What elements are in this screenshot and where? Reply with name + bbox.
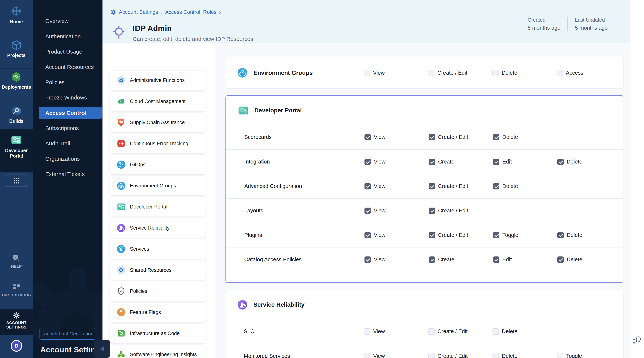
module-card-feature-flags[interactable]: Feature Flags: [110, 303, 206, 322]
rail-item-developer-portal-active[interactable]: Developer Portal: [0, 129, 33, 172]
gear-icon: [13, 312, 20, 319]
breadcrumb-link-access-control-roles[interactable]: Access Control: Roles: [165, 9, 216, 15]
avatar[interactable]: D: [10, 340, 22, 352]
module-card-gitops[interactable]: GitOps: [110, 155, 206, 174]
sidebar-item-overview[interactable]: Overview: [39, 15, 102, 27]
nav-rail: Home Projects Deployments Builds Develop…: [0, 0, 33, 358]
environment-groups-icon: [237, 67, 248, 78]
permission-checkbox-create-edit[interactable]: Create / Edit: [428, 328, 492, 335]
checkbox-icon: [493, 134, 500, 140]
checkbox-icon: [493, 183, 500, 190]
permission-checkbox-create-edit[interactable]: Create / Edit: [429, 232, 493, 238]
rail-item-label: DASHBOARDS: [2, 293, 31, 297]
module-card-services[interactable]: Services: [110, 239, 206, 259]
last-updated-label: Last Updated: [575, 17, 608, 23]
permission-checkbox-delete[interactable]: Delete: [557, 232, 622, 238]
permission-checkbox-access[interactable]: Access: [556, 70, 621, 76]
module-card-software-engineering-insights[interactable]: Software Engineering Insights: [110, 345, 206, 358]
module-card-administrative-functions[interactable]: Administrative Functions: [110, 71, 206, 90]
checkbox-icon: [557, 159, 564, 165]
permission-checkbox-view[interactable]: View: [364, 134, 429, 140]
module-card-cloud-cost-management[interactable]: $ Cloud Cost Management: [110, 92, 206, 111]
sidebar-item-account-resources[interactable]: Account Resources: [39, 61, 102, 73]
permission-checkbox-view[interactable]: View: [364, 183, 429, 190]
checkbox-icon: [557, 256, 564, 263]
sidebar-item-subscriptions[interactable]: Subscriptions: [39, 122, 102, 134]
permission-checkbox-delete[interactable]: Delete: [493, 183, 557, 190]
permission-checkbox-create-edit[interactable]: Create / Edit: [429, 134, 493, 140]
module-card-continuous-error-tracking[interactable]: Continuous Error Tracking: [110, 134, 206, 153]
permission-row-layouts: Layouts View Create / Edit: [226, 198, 623, 223]
permission-row-plugins: Plugins View Create / Edit Toggle Delete: [226, 223, 623, 247]
permission-checkbox-create-edit[interactable]: Create / Edit: [429, 208, 493, 214]
shared-resources-icon: [116, 265, 126, 275]
module-card-service-reliability[interactable]: Service Reliability: [110, 218, 206, 238]
shield-network-icon: [116, 118, 126, 127]
dashboards-icon: [13, 284, 20, 291]
permission-checkbox-edit[interactable]: Edit: [493, 256, 557, 263]
sidebar-item-product-usage[interactable]: Product Usage: [39, 46, 102, 58]
permission-checkbox-toggle[interactable]: Toggle: [493, 232, 557, 238]
rail-item-account-settings[interactable]: ACCOUNT SETTINGS: [0, 309, 33, 335]
rail-item-label: Developer Portal: [2, 148, 30, 159]
target-square-icon: [116, 139, 126, 148]
module-card-environment-groups[interactable]: Environment Groups: [110, 176, 206, 196]
permission-checkbox-create-edit[interactable]: Create / Edit: [428, 353, 492, 358]
permission-checkbox-view[interactable]: View: [364, 256, 429, 263]
permission-checkbox-delete[interactable]: Delete: [492, 328, 557, 335]
module-card-shared-resources[interactable]: Shared Resources: [110, 260, 206, 280]
launch-first-generation-button[interactable]: Launch First Generation: [40, 328, 96, 340]
permission-checkbox-toggle[interactable]: Toggle: [557, 353, 621, 358]
checkbox-icon: [428, 70, 434, 76]
rail-item-help[interactable]: ? HELP: [0, 255, 33, 269]
permission-checkbox-delete[interactable]: Delete: [557, 159, 622, 165]
rail-item-deployments[interactable]: Deployments: [0, 71, 33, 90]
sidebar-item-audit-trail[interactable]: Audit Trail: [39, 137, 102, 150]
rail-item-user[interactable]: D: [0, 340, 33, 352]
checkbox-icon: [429, 134, 435, 140]
module-picker-button[interactable]: [5, 174, 28, 187]
module-card-developer-portal[interactable]: Developer Portal: [110, 197, 206, 217]
rail-item-builds[interactable]: Builds: [0, 105, 33, 124]
permission-checkbox-edit[interactable]: Edit: [493, 159, 557, 165]
sidebar-item-access-control[interactable]: Access Control: [39, 107, 102, 119]
deployments-hexagon-icon: [11, 71, 22, 83]
rail-item-home[interactable]: Home: [0, 5, 33, 25]
account-settings-sidebar: Overview Authentication Product Usage Ac…: [33, 0, 102, 358]
home-icon: [10, 5, 22, 17]
permission-checkbox-create-edit[interactable]: Create / Edit: [429, 183, 493, 190]
sidebar-item-organizations[interactable]: Organizations: [39, 153, 102, 165]
breadcrumb-chevron: ›: [219, 9, 221, 15]
permission-checkbox-view[interactable]: View: [364, 159, 429, 165]
chat-support-icon[interactable]: [633, 336, 642, 344]
permission-checkbox-view[interactable]: View: [364, 232, 429, 238]
gear-icon: [110, 9, 116, 15]
permission-checkbox-delete[interactable]: Delete: [492, 353, 557, 358]
permission-checkbox-view[interactable]: View: [364, 353, 428, 358]
module-card-supply-chain-assurance[interactable]: Supply Chain Assurance: [110, 113, 206, 132]
rail-item-projects[interactable]: Projects: [0, 40, 33, 58]
checkbox-icon: [364, 134, 371, 140]
breadcrumb-link-account-settings[interactable]: Account Settings: [119, 9, 158, 15]
module-card-infrastructure-as-code[interactable]: Infrastructure as Code: [110, 324, 206, 343]
permission-checkbox-delete[interactable]: Delete: [557, 256, 622, 263]
sidebar-collapse-button[interactable]: [94, 340, 110, 358]
rail-item-dashboards[interactable]: DASHBOARDS: [0, 284, 33, 297]
permission-checkbox-create[interactable]: Create: [429, 256, 493, 263]
module-card-policies[interactable]: Policies: [110, 281, 206, 301]
permission-checkbox-view[interactable]: View: [364, 70, 428, 76]
sidebar-item-external-tickets[interactable]: External Tickets: [39, 168, 102, 180]
circuit-icon: [116, 329, 126, 338]
policy-shield-icon: [116, 286, 126, 296]
grid-icon: [13, 177, 20, 184]
sidebar-item-authentication[interactable]: Authentication: [39, 30, 102, 43]
sidebar-item-freeze-windows[interactable]: Freeze Windows: [39, 91, 102, 104]
permission-checkbox-delete[interactable]: Delete: [492, 70, 556, 76]
permission-checkbox-view[interactable]: View: [364, 208, 429, 214]
permission-checkbox-create[interactable]: Create: [429, 159, 493, 165]
sidebar-item-policies[interactable]: Policies: [39, 76, 102, 88]
permission-checkbox-delete[interactable]: Delete: [493, 134, 557, 140]
permission-checkbox-view[interactable]: View: [364, 328, 428, 335]
page-header: Account Settings › Access Control: Roles…: [102, 0, 630, 43]
permission-checkbox-create-edit[interactable]: Create / Edit: [428, 70, 492, 76]
